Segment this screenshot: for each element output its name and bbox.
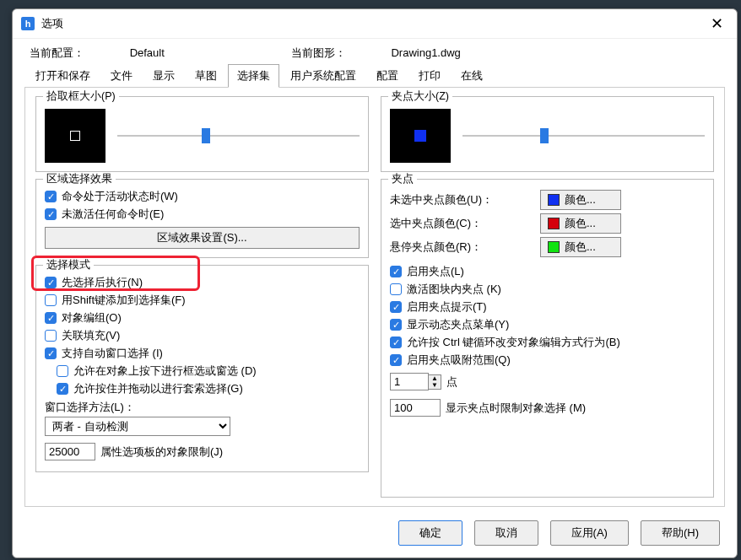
- cb-shift-add[interactable]: [45, 294, 57, 306]
- content-pane: 拾取框大小(P) 区域选择效果 ✓命令处于活动状态时(W) ✓未激活任何命令时(…: [24, 87, 725, 507]
- tab-file[interactable]: 文件: [101, 64, 142, 88]
- color-hover-button[interactable]: 颜色...: [540, 237, 621, 257]
- spin-down-icon[interactable]: ▼: [429, 382, 441, 389]
- tab-display[interactable]: 显示: [143, 64, 184, 88]
- app-icon: h: [21, 17, 35, 30]
- cb-shift-add-label: 用Shift键添加到选择集(F): [62, 293, 186, 308]
- apply-button[interactable]: 应用(A): [550, 520, 629, 546]
- cb-grip-snap[interactable]: ✓: [390, 354, 402, 366]
- cb-region-active-label: 命令处于活动状态时(W): [62, 189, 178, 204]
- cb-region-idle[interactable]: ✓: [45, 208, 57, 220]
- tab-user[interactable]: 用户系统配置: [281, 64, 365, 88]
- ok-button[interactable]: 确定: [398, 520, 462, 546]
- snap-range-input[interactable]: [390, 373, 429, 390]
- gripsize-slider[interactable]: [462, 127, 705, 145]
- cb-region-idle-label: 未激活任何命令时(E): [62, 207, 164, 222]
- cb-hold-drag-lasso[interactable]: ✓: [57, 383, 68, 395]
- cb-preselect[interactable]: ✓: [45, 277, 57, 288]
- footer: 确定 取消 应用(A) 帮助(H): [13, 514, 737, 557]
- property-limit-input[interactable]: [45, 443, 95, 460]
- tab-selection[interactable]: 选择集: [228, 64, 279, 88]
- cb-dyn-menu[interactable]: ✓: [390, 319, 402, 331]
- pickbox-preview: [45, 109, 105, 163]
- cb-object-group-label: 对象编组(O): [62, 310, 122, 326]
- pickbox-slider[interactable]: [117, 127, 360, 145]
- tab-profile[interactable]: 配置: [367, 64, 408, 88]
- window-method-select[interactable]: 两者 - 自动检测: [45, 417, 230, 436]
- color-sel-label: 选中夹点颜色(C)：: [390, 216, 533, 231]
- cb-grip-snap-label: 启用夹点吸附范围(Q): [407, 353, 511, 368]
- drawing-label: 当前图形：: [291, 46, 346, 59]
- snap-range-spinner[interactable]: ▲▼: [390, 373, 441, 390]
- pickbox-group: 拾取框大小(P): [35, 96, 369, 172]
- tab-online[interactable]: 在线: [452, 64, 492, 88]
- config-value: Default: [130, 46, 165, 59]
- cb-grip-tips-label: 启用夹点提示(T): [407, 299, 487, 315]
- cb-preselect-label: 先选择后执行(N): [62, 275, 143, 290]
- region-group: 区域选择效果 ✓命令处于活动状态时(W) ✓未激活任何命令时(E) 区域效果设置…: [35, 179, 369, 258]
- grips-title: 夹点: [388, 172, 417, 186]
- selection-mode-group: 选择模式 ✓先选择后执行(N) 用Shift键添加到选择集(F) ✓对象编组(O…: [35, 265, 369, 472]
- cb-region-active[interactable]: ✓: [45, 191, 57, 202]
- grip-limit-input[interactable]: [390, 399, 441, 417]
- cancel-button[interactable]: 取消: [474, 520, 538, 546]
- gripsize-title: 夹点大小(Z): [388, 89, 452, 104]
- tab-open-save[interactable]: 打开和保存: [26, 64, 100, 88]
- cb-dyn-menu-label: 显示动态夹点菜单(Y): [407, 317, 509, 332]
- cb-assoc-hatch[interactable]: [45, 330, 57, 342]
- cb-hold-drag-lasso-label: 允许按住并拖动以进行套索选择(G): [73, 381, 243, 396]
- cb-enable-grips[interactable]: ✓: [390, 266, 402, 277]
- grips-group: 夹点 未选中夹点颜色(U)： 颜色... 选中夹点颜色(C)： 颜色... 悬停…: [381, 179, 714, 498]
- cb-press-drag-box-label: 允许在对象上按下进行框选或窗选 (D): [73, 363, 257, 379]
- color-sel-button[interactable]: 颜色...: [540, 213, 621, 234]
- info-row: 当前配置： Default 当前图形： Drawing1.dwg: [13, 39, 737, 64]
- titlebar: h 选项 ✕: [13, 9, 737, 39]
- cb-ctrl-cycle[interactable]: ✓: [390, 337, 402, 348]
- right-column: 夹点大小(Z) 夹点 未选中夹点颜色(U)： 颜色... 选中夹点颜色(C)： …: [381, 96, 714, 498]
- swatch-sel: [548, 218, 560, 229]
- tab-draft[interactable]: 草图: [186, 64, 226, 88]
- tab-print[interactable]: 打印: [409, 64, 450, 88]
- cb-auto-window-label: 支持自动窗口选择 (I): [62, 346, 163, 361]
- drawing-value: Drawing1.dwg: [391, 46, 460, 59]
- region-title: 区域选择效果: [43, 172, 116, 186]
- gripsize-group: 夹点大小(Z): [381, 96, 714, 172]
- winmethod-label: 窗口选择方法(L)：: [45, 400, 360, 415]
- property-limit-label: 属性选项板的对象限制(J): [100, 444, 223, 460]
- swatch-hover: [548, 241, 560, 253]
- cb-block-grips-label: 激活图块内夹点 (K): [407, 282, 501, 297]
- grip-preview: [390, 109, 451, 163]
- cb-object-group[interactable]: ✓: [45, 312, 57, 324]
- cb-assoc-hatch-label: 关联填充(V): [62, 328, 120, 343]
- cb-auto-window[interactable]: ✓: [45, 347, 57, 359]
- close-icon[interactable]: ✕: [706, 14, 728, 33]
- color-unsel-button[interactable]: 颜色...: [540, 190, 621, 210]
- snap-range-label: 点: [446, 374, 457, 390]
- left-column: 拾取框大小(P) 区域选择效果 ✓命令处于活动状态时(W) ✓未激活任何命令时(…: [35, 96, 369, 498]
- cb-press-drag-box[interactable]: [57, 365, 68, 377]
- cb-enable-grips-label: 启用夹点(L): [407, 264, 464, 279]
- color-hover-label: 悬停夹点颜色(R)：: [390, 240, 533, 255]
- region-settings-button[interactable]: 区域效果设置(S)...: [45, 227, 360, 249]
- swatch-unsel: [548, 194, 560, 206]
- options-dialog: h 选项 ✕ 当前配置： Default 当前图形： Drawing1.dwg …: [12, 8, 738, 558]
- tab-bar: 打开和保存 文件 显示 草图 选择集 用户系统配置 配置 打印 在线: [13, 64, 737, 88]
- window-title: 选项: [41, 16, 706, 31]
- cb-block-grips[interactable]: [390, 283, 402, 295]
- grip-limit-label: 显示夹点时限制对象选择 (M): [446, 401, 586, 416]
- cb-ctrl-cycle-label: 允许按 Ctrl 键循环改变对象编辑方式行为(B): [407, 335, 620, 350]
- color-unsel-label: 未选中夹点颜色(U)：: [390, 192, 533, 207]
- selmode-title: 选择模式: [43, 258, 94, 272]
- pickbox-title: 拾取框大小(P): [43, 89, 119, 104]
- help-button[interactable]: 帮助(H): [641, 520, 720, 546]
- cb-grip-tips[interactable]: ✓: [390, 301, 402, 313]
- config-label: 当前配置：: [30, 46, 84, 59]
